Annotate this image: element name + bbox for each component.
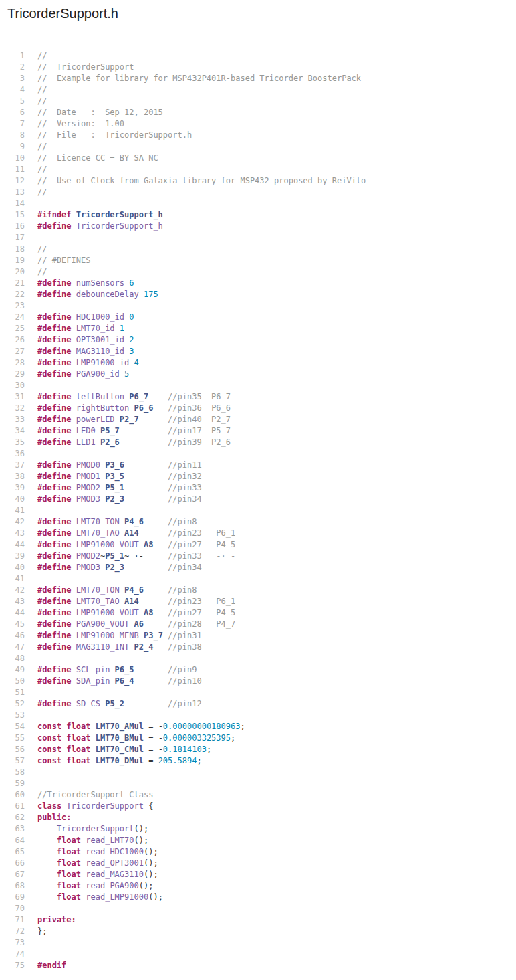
code-line: 20//	[0, 266, 516, 278]
code-token	[124, 483, 168, 492]
code-token: float	[57, 847, 81, 856]
code-token: // TricorderSupport	[37, 62, 134, 72]
line-number: 21	[0, 278, 33, 289]
code-line: 45#define PGA900_VOUT A6 //pin28 P4_7	[0, 619, 516, 630]
code-token: //	[37, 96, 47, 106]
code-token	[124, 472, 168, 481]
line-number: 17	[0, 232, 33, 243]
code-token: float	[57, 836, 81, 845]
code-token: #define	[37, 426, 76, 435]
code-token: LED1	[76, 437, 96, 447]
code-token: //pin28 P4_7	[168, 619, 235, 629]
code-text: // Use of Clock from Galaxia library for…	[33, 175, 366, 187]
line-number: 65	[0, 846, 33, 858]
code-token	[110, 676, 114, 686]
line-number: 59	[0, 778, 33, 789]
code-token: float	[57, 858, 81, 868]
code-token	[163, 631, 168, 640]
code-token	[37, 836, 57, 845]
line-number: 51	[0, 687, 33, 698]
code-token: P2_7	[120, 415, 139, 424]
code-token	[120, 426, 168, 435]
code-token: //pin23 P6_1	[168, 597, 235, 606]
code-token	[37, 824, 57, 834]
code-text: // Example for library for MSP432P401R-b…	[33, 73, 361, 84]
line-number: 63	[0, 823, 33, 835]
code-token: debounceDelay	[76, 290, 139, 299]
code-text: #define LMT70_TON P4_6 //pin8	[33, 585, 197, 596]
code-line: 39#define PMOD2 P5_1 //pin33	[0, 482, 516, 494]
code-line: 30	[0, 380, 516, 391]
line-number: 70	[0, 903, 33, 914]
line-number: 16	[0, 221, 33, 232]
code-token: #define	[37, 699, 76, 708]
code-token: 4	[134, 358, 139, 367]
code-text: // Version: 1.00	[33, 118, 124, 130]
code-token: // Licence CC = BY SA NC	[37, 153, 158, 163]
code-token: //pin39 P2_6	[168, 437, 231, 447]
code-text: const float LMT70_CMul = -0.1814103;	[33, 744, 211, 755]
code-token: #endif	[37, 961, 66, 970]
code-text	[33, 505, 37, 516]
line-number: 40	[0, 494, 33, 505]
code-token	[124, 460, 168, 470]
code-text: #define PMOD1 P3_5 //pin32	[33, 471, 202, 482]
code-token: //pin10	[168, 676, 202, 686]
code-line: 48	[0, 653, 516, 664]
code-text: //TricorderSupport Class	[33, 789, 153, 801]
code-text: #define LMP91000_VOUT A8 //pin27 P4_5	[33, 607, 235, 619]
code-text: // TricorderSupport	[33, 62, 134, 73]
code-token: //pin8	[168, 585, 197, 595]
code-token: //	[37, 267, 47, 276]
code-text: public:	[33, 812, 72, 823]
code-line: 50#define SDA_pin P6_4 //pin10	[0, 676, 516, 687]
code-line: 59	[0, 778, 516, 789]
code-line: 69 float read_LMP91000();	[0, 892, 516, 903]
code-token: //pin31	[168, 631, 202, 640]
code-text	[33, 653, 37, 664]
code-token	[139, 290, 144, 299]
code-token: // Date : Sep 12, 2015	[37, 108, 163, 117]
line-number: 22	[0, 289, 33, 300]
code-token: SDA_pin	[76, 676, 110, 686]
code-text: #define LED0 P5_7 //pin17 P5_7	[33, 425, 231, 437]
code-token: ();	[139, 881, 154, 890]
code-line: 44#define LMP91000_VOUT A8 //pin27 P4_5	[0, 607, 516, 619]
code-token: #define	[37, 472, 76, 481]
code-line: 73	[0, 937, 516, 949]
code-token: leftButton	[76, 392, 124, 401]
code-token: #define	[37, 221, 76, 231]
code-line: 44#define LMP91000_VOUT A8 //pin27 P4_5	[0, 539, 516, 551]
code-text: private:	[33, 914, 76, 926]
line-number: 2	[0, 62, 33, 73]
code-text: #define LMT70_TAO A14 //pin23 P6_1	[33, 528, 235, 539]
code-token: PMOD2	[76, 483, 100, 492]
code-token: = -	[144, 722, 163, 731]
line-number: 39	[0, 482, 33, 494]
line-number: 25	[0, 323, 33, 334]
code-line: 22#define debounceDelay 175	[0, 289, 516, 300]
code-viewer: 1//2// TricorderSupport3// Example for l…	[0, 50, 516, 971]
code-token	[129, 619, 134, 629]
code-token: A14	[124, 528, 139, 538]
code-line: 17	[0, 232, 516, 243]
code-line: 66 float read_OPT3001();	[0, 858, 516, 869]
code-token: #define	[37, 608, 76, 617]
code-token: read_OPT3001	[86, 858, 144, 868]
code-token	[37, 892, 57, 902]
code-token: #define	[37, 392, 76, 401]
code-line: 31#define leftButton P6_7 //pin35 P6_7	[0, 391, 516, 403]
code-token: //pin38	[168, 642, 202, 652]
code-token: // Version: 1.00	[37, 119, 124, 128]
code-token: A6	[134, 619, 144, 629]
line-number: 39	[0, 551, 33, 562]
code-token: //	[37, 165, 47, 174]
code-token	[139, 631, 144, 640]
line-number: 54	[0, 721, 33, 732]
code-text: #define SD_CS P5_2 //pin12	[33, 698, 202, 710]
line-number: 27	[0, 346, 33, 357]
code-token: 0.1814103	[163, 745, 207, 754]
code-token: LMT70_TON	[76, 585, 120, 595]
code-text: //	[33, 164, 47, 175]
code-line: 11//	[0, 164, 516, 175]
